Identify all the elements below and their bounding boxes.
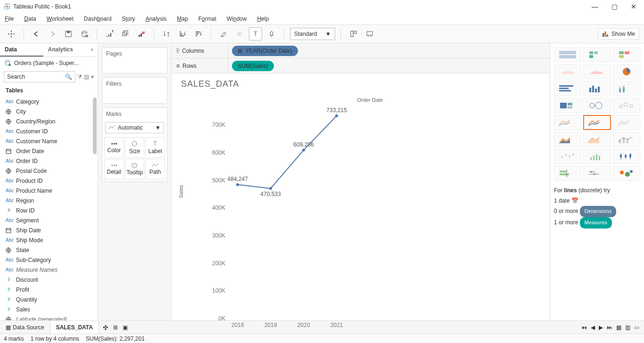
mark-type-dropdown[interactable]: Automatic ▼ bbox=[105, 122, 164, 133]
tab-analytics[interactable]: Analytics bbox=[43, 43, 87, 57]
pin-button[interactable] bbox=[265, 27, 278, 41]
labels-button[interactable]: T bbox=[249, 27, 262, 41]
field-ship-date[interactable]: Ship Date bbox=[0, 225, 98, 235]
showme-thumb-15[interactable] bbox=[554, 132, 581, 147]
field-row-id[interactable]: #Row ID bbox=[0, 205, 98, 215]
tabs-button[interactable]: ▭ bbox=[634, 324, 639, 331]
save-button[interactable] bbox=[62, 27, 75, 41]
line-chart[interactable]: 0K100K200K300K400K500K600K700K2018201920… bbox=[209, 106, 530, 333]
field-profit[interactable]: #Profit bbox=[0, 285, 98, 294]
menu-story[interactable]: Story bbox=[122, 16, 135, 22]
sheet-tab[interactable]: SALES_DATA bbox=[50, 321, 99, 334]
field-quantity[interactable]: #Quantity bbox=[0, 294, 98, 304]
showme-thumb-16[interactable] bbox=[583, 132, 611, 147]
showme-thumb-20[interactable] bbox=[613, 149, 640, 164]
next-sheet-button[interactable]: ▶ bbox=[599, 324, 603, 331]
redo-button[interactable] bbox=[46, 27, 59, 41]
field-segment[interactable]: AbcSegment bbox=[0, 215, 98, 225]
new-dashboard-button[interactable]: ⊞ bbox=[113, 324, 118, 331]
sheet-sorter-button[interactable]: ▦ bbox=[616, 324, 621, 331]
field-region[interactable]: AbcRegion bbox=[0, 196, 98, 205]
presentation-button[interactable] bbox=[363, 27, 376, 41]
showme-thumb-9[interactable] bbox=[554, 98, 581, 113]
showme-thumb-13[interactable] bbox=[583, 115, 611, 130]
first-sheet-button[interactable]: ⏮ bbox=[581, 324, 587, 331]
view-icon[interactable]: ▤ bbox=[84, 74, 89, 80]
showme-thumb-4[interactable] bbox=[583, 64, 611, 79]
show-me-button[interactable]: Show Me bbox=[598, 28, 639, 40]
showme-thumb-5[interactable] bbox=[613, 64, 640, 79]
field-city[interactable]: City bbox=[0, 106, 98, 116]
chart-area[interactable]: SALES_DATA Order Date Sales 0K100K200K30… bbox=[172, 74, 550, 320]
showme-thumb-14[interactable] bbox=[613, 115, 640, 130]
field-category[interactable]: AbcCategory bbox=[0, 97, 98, 106]
columns-shelf[interactable]: ⦙⦙⦙Columns ⊞YEAR(Order Date) bbox=[172, 43, 550, 58]
showme-thumb-19[interactable] bbox=[583, 149, 611, 164]
group-button[interactable] bbox=[233, 27, 246, 41]
field-product-id[interactable]: AbcProduct ID bbox=[0, 176, 98, 186]
tableau-icon[interactable] bbox=[5, 27, 18, 41]
showme-thumb-17[interactable] bbox=[613, 132, 640, 147]
filters-shelf[interactable]: Filters bbox=[102, 77, 167, 104]
mark-path[interactable]: Path bbox=[145, 159, 165, 180]
showme-thumb-12[interactable] bbox=[554, 115, 581, 130]
mark-color[interactable]: Color bbox=[104, 137, 124, 158]
menu-file[interactable]: File bbox=[5, 16, 14, 22]
menu-map[interactable]: Map bbox=[177, 16, 188, 22]
tab-data[interactable]: Data bbox=[0, 43, 43, 57]
rows-pill[interactable]: SUM(Sales) bbox=[232, 61, 274, 71]
datasource-tab[interactable]: ▦Data Source bbox=[0, 321, 50, 334]
menu-dashboard[interactable]: Dashboard bbox=[84, 16, 112, 22]
scroll-thumb[interactable] bbox=[93, 98, 97, 154]
pages-shelf[interactable]: Pages bbox=[102, 47, 167, 74]
minimize-button[interactable]: — bbox=[592, 3, 598, 10]
columns-pill[interactable]: ⊞YEAR(Order Date) bbox=[232, 46, 298, 56]
field-order-date[interactable]: Order Date bbox=[0, 146, 98, 156]
field-sub-category[interactable]: AbcSub-Category bbox=[0, 255, 98, 265]
showme-thumb-1[interactable] bbox=[583, 47, 611, 62]
field-product-name[interactable]: AbcProduct Name bbox=[0, 186, 98, 196]
prev-sheet-button[interactable]: ◀ bbox=[591, 324, 595, 331]
chart-title[interactable]: SALES_DATA bbox=[181, 79, 540, 89]
menu-data[interactable]: Data bbox=[24, 16, 36, 22]
search-input[interactable]: Search 🔍 bbox=[4, 71, 75, 82]
rows-shelf[interactable]: ≡Rows SUM(Sales) bbox=[172, 58, 550, 74]
collapse-pane-button[interactable]: ‹ bbox=[86, 43, 98, 57]
field-sales[interactable]: #Sales bbox=[0, 304, 98, 314]
field-customer-id[interactable]: AbcCustomer ID bbox=[0, 126, 98, 136]
menu-format[interactable]: Format bbox=[198, 16, 216, 22]
fit-dropdown[interactable]: Standard▼ bbox=[290, 28, 335, 40]
showme-thumb-10[interactable] bbox=[583, 98, 611, 113]
field-discount[interactable]: #Discount bbox=[0, 275, 98, 285]
menu-worksheet[interactable]: Worksheet bbox=[47, 16, 74, 22]
datasource-row[interactable]: Orders (Sample - Super... bbox=[0, 57, 98, 69]
filmstrip-button[interactable]: ▥ bbox=[625, 324, 630, 331]
swap-button[interactable] bbox=[160, 27, 173, 41]
showme-thumb-7[interactable] bbox=[583, 81, 611, 96]
highlight-button[interactable] bbox=[217, 27, 230, 41]
sort-asc-button[interactable] bbox=[176, 27, 189, 41]
duplicate-button[interactable] bbox=[119, 27, 132, 41]
menu-help[interactable]: Help bbox=[257, 16, 269, 22]
menu-analysis[interactable]: Analysis bbox=[146, 16, 167, 22]
new-worksheet-button[interactable]: ▾ bbox=[103, 27, 116, 41]
showme-thumb-22[interactable] bbox=[583, 166, 611, 181]
new-datasource-button[interactable]: + bbox=[78, 27, 91, 41]
field-order-id[interactable]: AbcOrder ID bbox=[0, 156, 98, 166]
field-list[interactable]: AbcCategoryCityCountry/RegionAbcCustomer… bbox=[0, 97, 98, 320]
menu-window[interactable]: Window bbox=[227, 16, 247, 22]
showme-thumb-0[interactable] bbox=[554, 47, 581, 62]
field-state[interactable]: State bbox=[0, 245, 98, 255]
mark-tooltip[interactable]: Tooltip bbox=[125, 159, 145, 180]
field-country-region[interactable]: Country/Region bbox=[0, 116, 98, 126]
mark-size[interactable]: Size bbox=[125, 137, 145, 158]
showme-thumb-18[interactable] bbox=[554, 149, 581, 164]
last-sheet-button[interactable]: ⏭ bbox=[607, 324, 612, 331]
close-button[interactable]: ✕ bbox=[631, 3, 636, 10]
maximize-button[interactable]: ▢ bbox=[611, 3, 618, 10]
field-measure-names[interactable]: AbcMeasure Names bbox=[0, 265, 98, 275]
showme-thumb-21[interactable] bbox=[554, 166, 581, 181]
field-latitude-generated-[interactable]: Latitude (generated) bbox=[0, 314, 98, 320]
mark-detail[interactable]: Detail bbox=[104, 159, 124, 180]
new-story-button[interactable]: ▣ bbox=[123, 324, 128, 331]
